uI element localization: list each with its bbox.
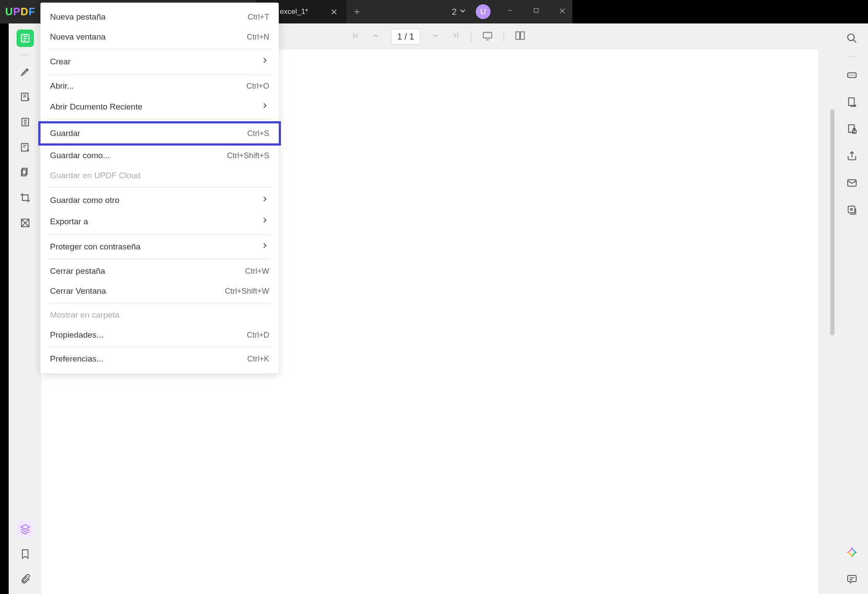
menu-separator	[48, 347, 271, 347]
menu-item-shortcut: Ctrl+Shift+W	[225, 287, 269, 296]
toolbar-divider	[504, 30, 504, 43]
notification-indicator[interactable]: 2	[452, 7, 467, 17]
logo-f: F	[29, 6, 36, 17]
menu-item-guardar[interactable]: Guardar Ctrl+S	[38, 121, 281, 146]
page-number-input[interactable]: 1 / 1	[391, 29, 421, 45]
chevron-right-icon	[260, 195, 269, 206]
chevron-right-icon	[260, 56, 269, 67]
menu-item-guardar-cloud: Guardar en UPDF Cloud	[40, 166, 279, 186]
logo-d: D	[20, 6, 28, 17]
first-page-icon[interactable]	[351, 31, 361, 42]
svg-rect-1	[534, 8, 538, 12]
menu-separator	[48, 74, 271, 74]
menu-item-label: Nueva ventana	[50, 32, 106, 42]
menu-item-label: Cerrar Ventana	[50, 286, 106, 296]
menu-item-label: Guardar en UPDF Cloud	[50, 171, 140, 180]
menu-item-exportar[interactable]: Exportar a	[40, 211, 279, 232]
menu-item-shortcut: Ctrl+K	[247, 355, 269, 364]
menu-item-preferencias[interactable]: Preferencias... Ctrl+K	[40, 349, 279, 369]
crop-tool-icon[interactable]	[17, 189, 34, 206]
sidebar-divider	[21, 55, 30, 55]
page-navigation: 1 / 1	[351, 29, 461, 45]
menu-item-shortcut: Ctrl+N	[247, 33, 269, 42]
organize-pages-icon[interactable]	[17, 164, 34, 181]
menu-item-label: Abrir Dcumento Reciente	[50, 102, 142, 112]
titlebar-right: 2 U	[452, 4, 572, 19]
edit-text-icon[interactable]	[17, 88, 34, 106]
menu-item-label: Abrir...	[50, 81, 74, 91]
maximize-button[interactable]	[530, 7, 543, 17]
menu-item-shortcut: Ctrl+D	[247, 331, 269, 340]
svg-rect-10	[516, 32, 520, 39]
menu-item-guardar-como[interactable]: Guardar como... Ctrl+Shift+S	[40, 146, 279, 166]
last-page-icon[interactable]	[451, 31, 461, 42]
window-controls	[504, 7, 569, 17]
menu-item-cerrar-pestana[interactable]: Cerrar pestaña Ctrl+W	[40, 261, 279, 281]
menu-separator	[48, 187, 271, 188]
svg-rect-9	[484, 32, 492, 38]
notification-count: 2	[452, 7, 457, 17]
menu-item-label: Guardar como otro	[50, 196, 119, 205]
form-tool-icon[interactable]	[17, 139, 34, 156]
logo-u: U	[5, 6, 13, 17]
menu-item-abrir[interactable]: Abrir... Ctrl+O	[40, 76, 279, 96]
menu-item-propiedades[interactable]: Propiedades... Ctrl+D	[40, 325, 279, 345]
menu-item-shortcut: Ctrl+T	[248, 13, 270, 22]
menu-item-label: Cerrar pestaña	[50, 266, 105, 276]
minimize-button[interactable]	[504, 7, 517, 17]
svg-rect-11	[521, 32, 525, 39]
menu-item-label: Crear	[50, 57, 71, 66]
archivo-dropdown-menu: Nueva pestaña Ctrl+T Nueva ventana Ctrl+…	[40, 3, 279, 373]
tab-close-icon[interactable]: ×	[331, 5, 337, 19]
menu-separator	[48, 49, 271, 49]
chevron-right-icon	[260, 216, 269, 227]
menu-item-shortcut: Ctrl+Shift+S	[227, 151, 269, 160]
menu-item-label: Nueva pestaña	[50, 12, 106, 22]
toolbar-divider	[471, 30, 471, 43]
menu-separator	[48, 234, 271, 234]
menu-item-nueva-pestana[interactable]: Nueva pestaña Ctrl+T	[40, 7, 279, 27]
presentation-icon[interactable]	[482, 30, 493, 43]
prev-page-icon[interactable]	[371, 31, 381, 42]
menu-item-label: Preferencias...	[50, 354, 103, 364]
menu-separator	[48, 259, 271, 259]
page-tool-icon[interactable]	[17, 113, 34, 131]
menu-separator	[48, 119, 271, 119]
menu-separator	[48, 303, 271, 303]
menu-item-shortcut: Ctrl+S	[247, 129, 269, 138]
menu-item-nueva-ventana[interactable]: Nueva ventana Ctrl+N	[40, 27, 279, 47]
menu-item-label: Propiedades...	[50, 330, 103, 340]
highlight-tool-icon[interactable]	[17, 63, 34, 80]
reader-mode-icon[interactable]	[17, 30, 34, 47]
chevron-right-icon	[260, 241, 269, 252]
page-layout-icon[interactable]	[514, 30, 526, 43]
chevron-down-icon	[458, 7, 467, 17]
menu-item-mostrar-carpeta: Mostrar en carpeta	[40, 305, 279, 325]
left-sidebar	[9, 23, 41, 392]
close-button[interactable]	[556, 7, 569, 17]
menu-item-cerrar-ventana[interactable]: Cerrar Ventana Ctrl+Shift+W	[40, 281, 279, 301]
menu-item-label: Proteger con contraseña	[50, 242, 140, 252]
redact-tool-icon[interactable]	[17, 214, 34, 232]
menu-item-crear[interactable]: Crear	[40, 51, 279, 72]
menu-item-guardar-otro[interactable]: Guardar como otro	[40, 189, 279, 211]
menu-item-label: Guardar como...	[50, 151, 110, 160]
menu-item-label: Exportar a	[50, 217, 88, 226]
next-page-icon[interactable]	[431, 31, 441, 42]
user-avatar[interactable]: U	[476, 4, 491, 19]
chevron-right-icon	[260, 101, 269, 112]
menu-item-shortcut: Ctrl+W	[245, 267, 270, 276]
app-logo: UPDF	[5, 6, 35, 18]
tab-add-button[interactable]: +	[346, 6, 368, 18]
menu-item-label: Mostrar en carpeta	[50, 310, 119, 320]
menu-item-abrir-reciente[interactable]: Abrir Dcumento Reciente	[40, 96, 279, 117]
menu-item-label: Guardar	[50, 129, 80, 138]
logo-p: P	[13, 6, 20, 17]
tab-label: excel_1*	[280, 7, 308, 16]
menu-item-proteger[interactable]: Proteger con contraseña	[40, 236, 279, 257]
menu-item-shortcut: Ctrl+O	[246, 82, 269, 91]
